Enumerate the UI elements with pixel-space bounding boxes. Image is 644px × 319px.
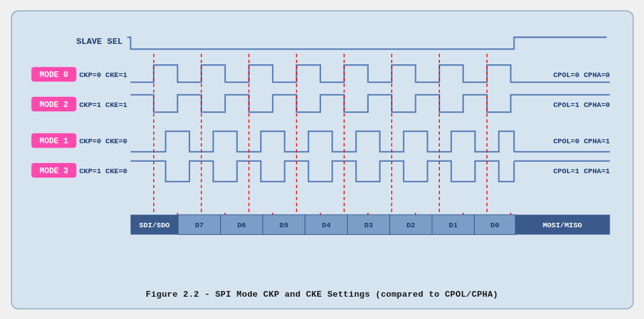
d0-label: D0 [490, 220, 499, 229]
d2-label: D2 [406, 220, 415, 229]
mode0-cpol: CPOL=0 CPHA=0 [553, 70, 610, 78]
mode0-badge: MODE 0 [39, 70, 68, 79]
mode0-wave [130, 65, 514, 82]
d3-label: D3 [364, 220, 373, 229]
d1-label: D1 [449, 220, 458, 229]
main-svg: SLAVE SEL MODE 0 CKP=0 CKE=1 CPOL=0 CPHA… [25, 23, 620, 283]
d5-label: D5 [279, 220, 288, 229]
d4-label: D4 [322, 220, 331, 229]
figure-caption: Figure 2.2 - SPI Mode CKP and CKE Settin… [25, 290, 620, 299]
rows-container: SLAVE SEL MODE 0 CKP=0 CKE=1 CPOL=0 CPHA… [25, 23, 620, 283]
slave-sel-wave [127, 37, 606, 49]
mode2-cpol: CPOL=1 CPHA=0 [553, 100, 610, 108]
mode1-wave [130, 131, 514, 152]
mode1-badge: MODE 1 [39, 136, 68, 145]
mosi-miso-label: MOSI/MISO [542, 220, 582, 229]
mode1-params: CKP=0 CKE=0 [79, 136, 127, 145]
d7-label: D7 [195, 220, 203, 229]
mode2-badge: MODE 2 [39, 100, 68, 109]
mode2-params: CKP=1 CKE=1 [79, 100, 127, 108]
slave-sel-label: SLAVE SEL [76, 36, 122, 46]
mode3-wave [130, 160, 514, 181]
mode1-cpol: CPOL=0 CPHA=1 [553, 136, 610, 145]
d6-label: D6 [237, 220, 246, 229]
mode3-badge: MODE 3 [39, 166, 68, 175]
mode2-wave [130, 94, 514, 111]
diagram-container: SLAVE SEL MODE 0 CKP=0 CKE=1 CPOL=0 CPHA… [11, 10, 634, 309]
mode3-params: CKP=1 CKE=0 [79, 166, 127, 174]
mode3-cpol: CPOL=1 CPHA=1 [553, 166, 610, 174]
mode0-params: CKP=0 CKE=1 [79, 70, 127, 78]
sdi-sdo-label: SDI/SDO [139, 220, 169, 229]
